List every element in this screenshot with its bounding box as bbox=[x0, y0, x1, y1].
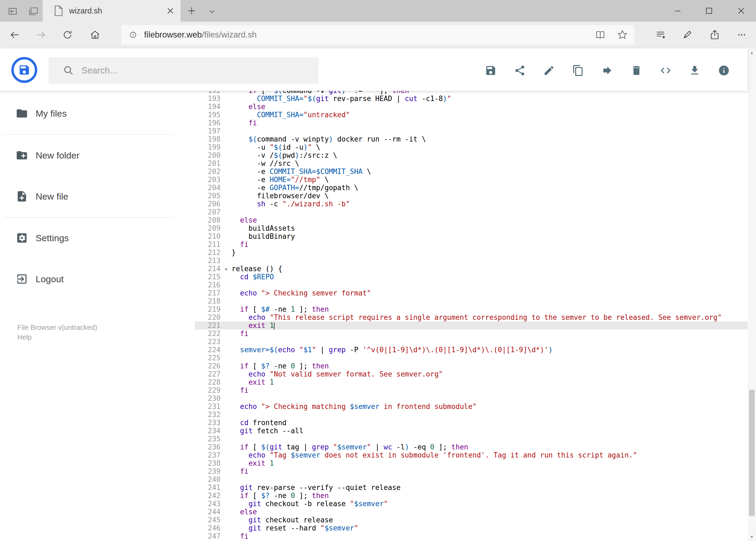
code-line[interactable]: 223 bbox=[195, 337, 748, 346]
delete-icon[interactable] bbox=[630, 65, 642, 76]
scroll-down-icon[interactable]: ▼ bbox=[748, 533, 756, 541]
fold-marker-icon[interactable]: ▾ bbox=[223, 265, 230, 273]
hub-icon[interactable] bbox=[655, 29, 667, 41]
code-line[interactable]: 207 bbox=[195, 208, 748, 216]
code-line[interactable]: 234 git fetch --all bbox=[195, 427, 748, 435]
download-icon[interactable] bbox=[689, 65, 701, 76]
code-line[interactable]: 236 if [ $(git tag | grep "$semver" | wc… bbox=[195, 443, 748, 451]
code-line[interactable]: 235 bbox=[195, 435, 748, 443]
tabs-set-aside-icon[interactable] bbox=[28, 5, 39, 17]
favorite-star-icon[interactable] bbox=[617, 29, 629, 41]
code-line[interactable]: 215 cd $REPO bbox=[195, 273, 748, 281]
code-line[interactable]: 222 fi bbox=[195, 329, 748, 337]
code-line[interactable]: 231 echo "> Checking matching $semver in… bbox=[195, 402, 748, 410]
copy-icon[interactable] bbox=[572, 65, 584, 76]
share-icon[interactable] bbox=[709, 29, 721, 41]
code-line[interactable]: 210 buildBinary bbox=[195, 232, 748, 241]
code-view-icon[interactable] bbox=[660, 65, 671, 76]
reading-view-icon[interactable] bbox=[594, 29, 606, 41]
filebrowser-logo-icon[interactable] bbox=[11, 57, 37, 83]
sidebar-item-new-file[interactable]: New file bbox=[0, 184, 189, 209]
code-line[interactable]: 245 git checkout release bbox=[195, 516, 748, 524]
code-line[interactable]: 197 bbox=[195, 127, 748, 135]
tab-list-chevron[interactable] bbox=[207, 6, 217, 17]
code-line[interactable]: 217 echo "> Checking semver format" bbox=[195, 289, 748, 297]
code-line[interactable]: 224 semver=$(echo "$1" | grep -P '^v(0|[… bbox=[195, 346, 748, 354]
code-editor[interactable]: 192 if [ "$(command -v git)" != "" ]; th… bbox=[195, 91, 748, 541]
code-line[interactable]: 242 if [ $? -ne 0 ]; then bbox=[195, 492, 748, 500]
move-icon[interactable] bbox=[601, 65, 613, 76]
info-icon[interactable] bbox=[718, 65, 730, 76]
code-line[interactable]: 220 echo "This release script requires a… bbox=[195, 313, 748, 321]
code-line[interactable]: 203 -e HOME="//tmp" \ bbox=[195, 176, 748, 184]
code-line[interactable]: 247 fi bbox=[195, 532, 748, 540]
share-file-icon[interactable] bbox=[514, 65, 526, 76]
code-line[interactable]: 246 git reset --hard "$semver" bbox=[195, 524, 748, 532]
code-line[interactable]: 213 bbox=[195, 257, 748, 265]
minimize-button[interactable] bbox=[672, 5, 684, 17]
back-icon[interactable] bbox=[9, 29, 21, 41]
maximize-button[interactable] bbox=[703, 5, 715, 17]
code-line[interactable]: 232 bbox=[195, 410, 748, 419]
browser-tab[interactable]: wizard.sh bbox=[42, 0, 181, 22]
code-line[interactable]: 194 else bbox=[195, 103, 748, 111]
sidebar-item-my-files[interactable]: My files bbox=[0, 101, 189, 126]
code-line[interactable]: 214▾release () { bbox=[195, 265, 748, 273]
search-input[interactable] bbox=[81, 65, 303, 76]
close-button[interactable] bbox=[735, 5, 747, 17]
code-line[interactable]: 192 if [ "$(command -v git)" != "" ]; th… bbox=[195, 91, 748, 95]
sidebar-item-new-folder[interactable]: New folder bbox=[0, 143, 189, 168]
code-line[interactable]: 239 fi bbox=[195, 467, 748, 475]
code-line[interactable]: 240 bbox=[195, 475, 748, 483]
more-options-icon[interactable] bbox=[736, 29, 748, 41]
edit-icon[interactable] bbox=[543, 65, 555, 76]
code-line[interactable]: 200 -v /$(pwd):/src:z \ bbox=[195, 151, 748, 159]
code-line[interactable]: 209 buildAssets bbox=[195, 224, 748, 232]
code-line[interactable]: 205 filebrowser/dev \ bbox=[195, 192, 748, 200]
code-line[interactable]: 238 exit 1 bbox=[195, 459, 748, 467]
code-line[interactable]: 233 cd frontend bbox=[195, 419, 748, 427]
code-line[interactable]: 198 $(command -v winpty) docker run --rm… bbox=[195, 135, 748, 143]
refresh-icon[interactable] bbox=[62, 29, 74, 41]
code-line[interactable]: 216 bbox=[195, 281, 748, 289]
code-line[interactable]: 202 -e COMMIT_SHA=$COMMIT_SHA \ bbox=[195, 168, 748, 176]
tab-close-icon[interactable] bbox=[164, 5, 176, 17]
code-line[interactable]: 237 echo "Tag $semver does not exist in … bbox=[195, 451, 748, 459]
sidebar-item-settings[interactable]: Settings bbox=[0, 226, 189, 250]
set-tabs-aside-icon[interactable] bbox=[6, 5, 18, 17]
site-info-icon[interactable] bbox=[128, 30, 138, 40]
scrollbar-thumb[interactable] bbox=[749, 390, 755, 516]
code-line[interactable]: 230 bbox=[195, 394, 748, 402]
search-box[interactable] bbox=[49, 57, 319, 84]
code-line[interactable]: 211 fi bbox=[195, 241, 748, 249]
new-tab-button[interactable] bbox=[186, 5, 197, 17]
code-line[interactable]: 196 fi bbox=[195, 119, 748, 127]
code-line[interactable]: 243 git checkout -b release "$semver" bbox=[195, 500, 748, 508]
code-line[interactable]: 228 exit 1 bbox=[195, 378, 748, 386]
code-line[interactable]: 241 git rev-parse --verify --quiet relea… bbox=[195, 483, 748, 492]
code-line[interactable]: 195 COMMIT_SHA="untracked" bbox=[195, 111, 748, 119]
code-line[interactable]: 204 -e GOPATH=//tmp/gopath \ bbox=[195, 184, 748, 192]
code-line[interactable]: 199 -u "$(id -u)" \ bbox=[195, 143, 748, 151]
scrollbar[interactable]: ▲ ▼ bbox=[748, 48, 756, 541]
web-note-pen-icon[interactable] bbox=[681, 29, 693, 41]
code-line[interactable]: 225 bbox=[195, 354, 748, 362]
code-line[interactable]: 218 bbox=[195, 297, 748, 305]
code-line[interactable]: 206 sh -c "./wizard.sh -b" bbox=[195, 200, 748, 208]
sidebar-item-logout[interactable]: Logout bbox=[0, 267, 189, 291]
code-line[interactable]: 212} bbox=[195, 249, 748, 257]
code-line[interactable]: 244 else bbox=[195, 508, 748, 516]
help-link[interactable]: Help bbox=[17, 332, 97, 342]
code-line[interactable]: 221 exit 1 bbox=[195, 321, 748, 329]
code-line[interactable]: 219 if [ $# -ne 1 ]; then bbox=[195, 305, 748, 313]
code-line[interactable]: 201 -w //src \ bbox=[195, 159, 748, 168]
code-line[interactable]: 193 COMMIT_SHA="$(git rev-parse HEAD | c… bbox=[195, 95, 748, 103]
home-icon[interactable] bbox=[89, 29, 101, 41]
scroll-up-icon[interactable]: ▲ bbox=[748, 48, 756, 57]
code-line[interactable]: 227 echo "Not valid semver format. See s… bbox=[195, 370, 748, 378]
code-line[interactable]: 226 if [ $? -ne 0 ]; then bbox=[195, 362, 748, 370]
address-bar[interactable]: filebrowser.web/files/wizard.sh bbox=[122, 25, 634, 45]
save-icon[interactable] bbox=[485, 65, 497, 76]
code-line[interactable]: 229 fi bbox=[195, 386, 748, 394]
code-line[interactable]: 208 else bbox=[195, 216, 748, 224]
